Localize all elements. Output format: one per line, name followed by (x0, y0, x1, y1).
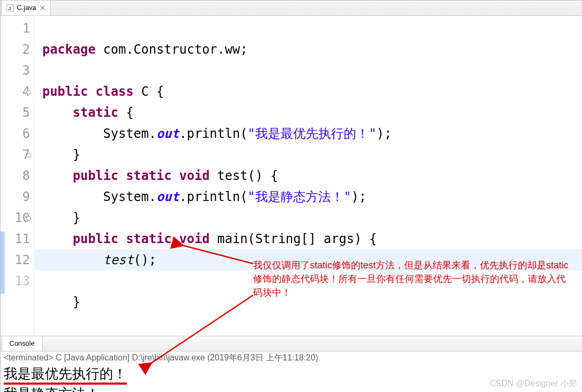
annotation-text: 我仅仅调用了static修饰的test方法，但是从结果来看，优先执行的却是sta… (253, 258, 574, 299)
folding-marker-icon[interactable] (26, 216, 31, 221)
console-output-line: 我是静态方法！ (4, 386, 99, 392)
close-icon[interactable] (39, 5, 46, 11)
console-status-line: <terminated> C [Java Application] D:\jre… (1, 351, 582, 365)
console-output-line: 我是最优先执行的！ (4, 365, 127, 385)
folding-marker-icon[interactable] (26, 153, 31, 158)
console-tabbar: Console (1, 336, 582, 351)
folding-marker-icon[interactable] (26, 90, 31, 95)
console-tab[interactable]: Console (2, 336, 43, 351)
watermark: CSDN @Designer 小郑 (490, 378, 578, 389)
svg-text:J: J (8, 5, 11, 11)
java-file-icon: J (6, 4, 14, 12)
ide-window: J C.java 1 2 3 4 5 6 7 8 9 10 11 12 13 p… (0, 0, 582, 392)
line-number-gutter: 1 2 3 4 5 6 7 8 9 10 11 12 13 (1, 16, 35, 334)
console-tab-label: Console (9, 339, 35, 347)
editor-tabbar: J C.java (1, 1, 582, 16)
editor-tab-cjava[interactable]: J C.java (2, 0, 51, 15)
editor-tab-label: C.java (17, 4, 36, 12)
